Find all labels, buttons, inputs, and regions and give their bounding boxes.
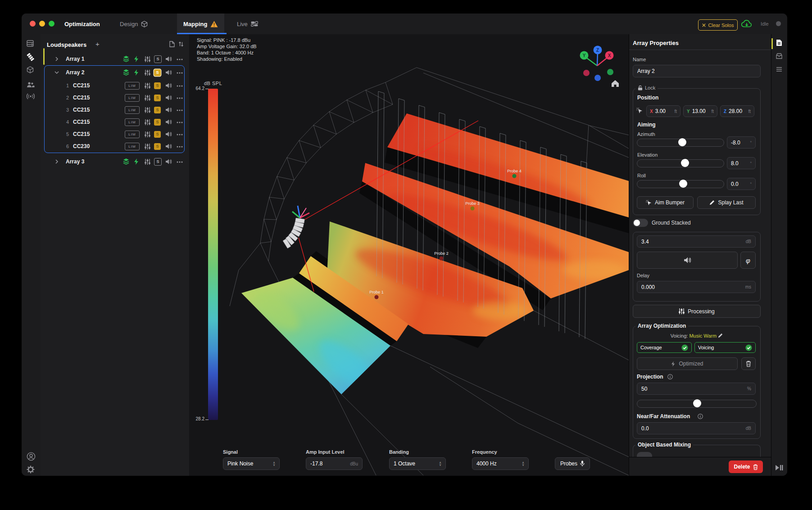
row-menu-icon[interactable] (177, 109, 183, 111)
eq-processing-icon[interactable] (145, 144, 150, 149)
solo-button-active[interactable]: S (154, 107, 161, 113)
processing-button[interactable]: Processing (633, 305, 761, 318)
eq-processing-icon[interactable] (145, 119, 150, 125)
azimuth-slider-knob[interactable] (678, 138, 686, 146)
elevation-slider[interactable] (637, 159, 724, 167)
row-menu-icon[interactable] (177, 97, 183, 99)
speaker-mute-icon[interactable] (165, 119, 172, 125)
voicing-chip[interactable]: Voicing (694, 342, 756, 353)
rack-icon[interactable] (27, 40, 34, 47)
eq-processing-icon[interactable] (145, 56, 150, 62)
tab-optimization[interactable]: Optimization (64, 14, 100, 34)
spl-mapping-scene[interactable]: Probe 1 Probe 2 Probe 3 Probe 4 Y Z (189, 34, 629, 476)
row-menu-icon[interactable] (177, 72, 183, 74)
solo-button-active[interactable]: S (154, 95, 161, 101)
row-menu-icon[interactable] (177, 85, 183, 87)
aim-bumper-button[interactable]: Aim Bumper (637, 196, 694, 209)
power-bolt-icon[interactable] (134, 56, 139, 62)
archive-drawer-icon[interactable] (776, 53, 783, 59)
tree-row-speaker[interactable]: 2 CC215 LIM S (45, 92, 186, 104)
nearfar-field[interactable]: 0.0 dB (637, 422, 756, 434)
audience-groups-icon[interactable] (27, 81, 35, 88)
row-menu-icon[interactable] (177, 122, 183, 123)
row-menu-icon[interactable] (177, 59, 183, 60)
orientation-gizmo[interactable]: Y Z X (580, 46, 619, 87)
properties-doc-icon[interactable] (776, 39, 782, 46)
splay-last-button[interactable]: Splay Last (697, 196, 756, 209)
speaker-mute-icon[interactable] (165, 70, 172, 75)
solo-button-active[interactable]: S (154, 69, 161, 76)
tree-row-speaker[interactable]: 5 CC215 LIM S (45, 128, 186, 140)
cloud-sync-icon[interactable] (741, 20, 752, 28)
projection-slider-knob[interactable] (693, 399, 701, 407)
chevron-right-icon[interactable] (55, 57, 59, 61)
layers-icon[interactable] (123, 69, 129, 76)
chevron-right-icon[interactable] (55, 159, 59, 164)
projection-field[interactable]: 50 % (637, 383, 756, 395)
delay-field[interactable]: 0.000 ms (637, 281, 756, 293)
add-array-button[interactable]: + (95, 40, 100, 48)
import-file-icon[interactable] (169, 41, 175, 47)
delete-array-button[interactable]: Delete (729, 460, 763, 473)
position-pick-icon[interactable] (636, 108, 643, 114)
speaker-mute-icon[interactable] (165, 56, 172, 62)
probe-1-marker[interactable] (375, 295, 379, 299)
position-x-field[interactable]: X 3.00 ft (646, 105, 680, 117)
roll-slider-knob[interactable] (679, 180, 687, 188)
tree-row-array3[interactable]: Array 3 S (45, 156, 186, 167)
layers-icon[interactable] (123, 158, 129, 165)
solo-button-active[interactable]: S (154, 131, 161, 138)
broadcast-icon[interactable] (27, 93, 35, 99)
solo-button[interactable]: S (154, 55, 162, 63)
azimuth-value-field[interactable]: -8.0 ° (727, 136, 756, 149)
tab-design[interactable]: Design (120, 14, 148, 34)
azimuth-slider[interactable] (637, 139, 724, 147)
frequency-select[interactable]: 4000 Hz ∧∨ (472, 457, 529, 470)
tree-row-speaker[interactable]: 4 CC215 LIM S (45, 116, 186, 128)
gizmo-neg-x[interactable] (583, 70, 590, 76)
viewport-3d[interactable]: Probe 1 Probe 2 Probe 3 Probe 4 Y Z (189, 34, 629, 476)
row-menu-icon[interactable] (177, 146, 183, 148)
chevron-down-icon[interactable] (54, 71, 59, 74)
roll-value-field[interactable]: 0.0 ° (727, 178, 756, 190)
lock-legend[interactable]: Lock (635, 85, 658, 90)
zoom-window-button[interactable] (49, 21, 54, 27)
speaker-mute-icon[interactable] (165, 107, 172, 113)
settings-gear-icon[interactable] (27, 465, 35, 474)
power-bolt-icon[interactable] (134, 69, 139, 76)
eq-processing-icon[interactable] (145, 159, 150, 165)
speaker-array-model[interactable] (283, 206, 309, 248)
amp-input-field[interactable]: -17.8 dBu (306, 457, 363, 470)
solo-button-active[interactable]: S (154, 143, 161, 150)
banding-select[interactable]: 1 Octave ∧∨ (389, 457, 446, 470)
optimized-button[interactable]: Optimized (637, 357, 738, 370)
signal-select[interactable]: Pink Noise ∧∨ (223, 457, 280, 470)
tab-live[interactable]: Live (237, 14, 258, 34)
elevation-slider-knob[interactable] (681, 159, 689, 167)
list-icon[interactable] (776, 67, 782, 72)
gizmo-neg-y[interactable] (607, 69, 613, 75)
solo-button[interactable]: S (154, 158, 162, 166)
probe-2-marker[interactable] (440, 257, 444, 261)
elevation-value-field[interactable]: 8.0 ° (727, 157, 756, 169)
gain-field[interactable]: 3.4 dB (637, 235, 756, 248)
tree-row-array1[interactable]: Array 1 S (45, 53, 186, 65)
tree-row-speaker[interactable]: 6 CC230 LIM S (45, 140, 186, 152)
position-y-field[interactable]: Y 13.00 ft (683, 105, 717, 117)
speaker-mute-icon[interactable] (165, 131, 172, 137)
obm-toggle-clipped[interactable] (637, 452, 652, 457)
tree-row-array2[interactable]: Array 2 S (45, 67, 186, 78)
coverage-chip[interactable]: Coverage (637, 342, 692, 353)
speaker-mute-icon[interactable] (165, 83, 172, 88)
minimize-window-button[interactable] (39, 21, 45, 27)
play-pause-icon[interactable] (775, 465, 783, 471)
probe-4-marker[interactable] (513, 174, 517, 178)
tree-row-speaker[interactable]: 1 CC215 LIM S (45, 80, 186, 91)
loudspeaker-array-icon[interactable] (27, 53, 35, 61)
edit-pen-icon[interactable] (718, 333, 723, 338)
row-menu-icon[interactable] (177, 134, 183, 135)
power-bolt-icon[interactable] (134, 158, 139, 165)
projection-slider[interactable] (637, 400, 757, 408)
eq-processing-icon[interactable] (145, 131, 150, 137)
mute-button[interactable] (637, 252, 738, 269)
